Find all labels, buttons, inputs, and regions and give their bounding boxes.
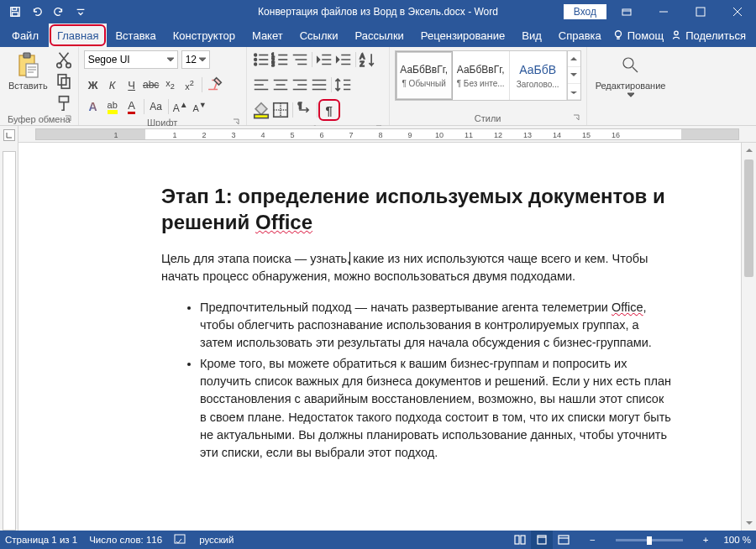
strikethrough-button[interactable]: abc <box>142 76 160 94</box>
tab-file[interactable]: Файл <box>3 24 47 47</box>
superscript-button[interactable]: x2 <box>181 76 199 94</box>
ribbon-display-button[interactable] <box>610 0 643 24</box>
font-color-button[interactable]: А <box>123 97 141 116</box>
page-number-status[interactable]: Страница 1 из 1 <box>5 535 77 545</box>
increase-indent-button[interactable] <box>334 50 353 69</box>
zoom-in-button[interactable]: + <box>700 535 712 545</box>
tab-design[interactable]: Конструктор <box>165 24 244 47</box>
editing-dropdown[interactable]: Редактирование <box>592 50 669 99</box>
text-direction-button[interactable]: ¶ <box>296 101 314 119</box>
share-button[interactable]: Поделиться <box>670 29 746 42</box>
gallery-more-button[interactable] <box>568 84 580 100</box>
format-painter-button[interactable] <box>55 94 73 112</box>
vertical-scrollbar[interactable] <box>741 143 756 531</box>
decrease-indent-button[interactable] <box>315 50 333 69</box>
copy-button[interactable] <box>55 72 73 91</box>
zoom-slider-thumb[interactable] <box>647 536 652 545</box>
bullets-button[interactable] <box>252 50 270 69</box>
qat-customize-button[interactable] <box>71 2 91 22</box>
word-count-status[interactable]: Число слов: 116 <box>89 535 162 545</box>
justify-button[interactable] <box>310 76 328 94</box>
tab-selector[interactable] <box>3 129 15 141</box>
minimize-button[interactable] <box>647 0 680 24</box>
show-hide-marks-button[interactable]: ¶ <box>320 101 339 119</box>
underline-button[interactable]: Ч <box>123 76 141 94</box>
bold-button[interactable]: Ж <box>84 76 102 94</box>
document-area[interactable]: Этап 1: определение используемых докумен… <box>18 143 756 531</box>
gallery-up-button[interactable] <box>568 51 580 67</box>
svg-point-10 <box>56 63 61 68</box>
text-effects-button[interactable]: A <box>84 97 102 116</box>
sort-button[interactable]: AZ <box>359 50 377 69</box>
align-right-button[interactable] <box>291 76 309 94</box>
web-layout-button[interactable] <box>553 531 575 549</box>
undo-button[interactable] <box>27 2 47 22</box>
chevron-down-icon <box>199 54 206 65</box>
borders-button[interactable] <box>271 101 290 119</box>
zoom-out-button[interactable]: − <box>586 535 599 545</box>
align-left-button[interactable] <box>252 76 270 94</box>
grow-font-button[interactable]: A▲ <box>171 97 190 116</box>
share-label: Поделиться <box>685 29 746 42</box>
shading-button[interactable] <box>252 101 270 119</box>
font-size-value: 12 <box>186 54 197 65</box>
list-item: Предпочтительный подход — начать разверт… <box>200 299 672 352</box>
line-spacing-button[interactable] <box>334 76 353 94</box>
font-name-combo[interactable]: Segoe UI <box>84 50 178 69</box>
clear-formatting-button[interactable] <box>205 76 223 94</box>
paste-button[interactable]: Вставить <box>5 50 51 92</box>
group-font: Segoe UI 12 Ж К Ч abc x2 x2 A a <box>79 47 247 125</box>
tab-home[interactable]: Главная <box>49 24 107 47</box>
zoom-slider[interactable] <box>616 539 683 541</box>
tab-help[interactable]: Справка <box>550 24 610 47</box>
close-button[interactable] <box>721 0 754 24</box>
highlight-button[interactable]: ab <box>103 97 122 116</box>
style-preview: АаБбВ <box>519 63 556 76</box>
svg-text:3: 3 <box>271 61 275 67</box>
style-preview: АаБбВвГг, <box>457 64 505 76</box>
language-status[interactable]: русский <box>199 535 234 545</box>
zoom-level[interactable]: 100 % <box>723 535 751 545</box>
style-normal[interactable]: АаБбВвГг, ¶ Обычный <box>396 51 453 100</box>
maximize-button[interactable] <box>684 0 717 24</box>
tab-layout[interactable]: Макет <box>244 24 291 47</box>
vertical-ruler[interactable] <box>0 126 18 531</box>
read-mode-button[interactable] <box>509 531 531 549</box>
styles-launcher[interactable] <box>571 113 581 123</box>
scroll-up-button[interactable] <box>742 143 756 158</box>
svg-text:¶: ¶ <box>297 102 302 109</box>
tab-review[interactable]: Рецензирование <box>412 24 513 47</box>
print-layout-button[interactable] <box>531 531 553 549</box>
tab-references[interactable]: Ссылки <box>291 24 347 47</box>
styles-gallery: АаБбВвГг, ¶ Обычный АаБбВвГг, ¶ Без инте… <box>395 50 581 101</box>
tab-insert[interactable]: Вставка <box>107 24 164 47</box>
tab-view[interactable]: Вид <box>513 24 550 47</box>
scroll-down-button[interactable] <box>742 515 756 531</box>
group-editing: Редактирование <box>587 47 756 125</box>
multilevel-list-button[interactable] <box>291 50 309 69</box>
tab-mailings[interactable]: Рассылки <box>346 24 412 47</box>
clipboard-launcher[interactable] <box>63 114 73 124</box>
svg-rect-9 <box>26 64 38 77</box>
subscript-button[interactable]: x2 <box>161 76 180 94</box>
spellcheck-status[interactable] <box>174 534 187 546</box>
view-buttons <box>509 531 575 549</box>
tell-me-button[interactable]: Помощ <box>612 29 664 42</box>
save-button[interactable] <box>5 2 25 22</box>
font-size-combo[interactable]: 12 <box>181 50 210 69</box>
statusbar: Страница 1 из 1 Число слов: 116 русский … <box>0 531 756 549</box>
shrink-font-button[interactable]: A▼ <box>191 97 209 116</box>
cut-button[interactable] <box>55 50 73 69</box>
scroll-thumb[interactable] <box>744 159 753 277</box>
gallery-down-button[interactable] <box>568 67 580 83</box>
change-case-button[interactable]: Aa <box>147 97 165 116</box>
style-no-spacing[interactable]: АаБбВвГг, ¶ Без инте... <box>453 51 510 100</box>
horizontal-ruler[interactable]: 1 1 2 3 4 5 6 7 8 9 10 11 12 13 14 15 16 <box>18 126 756 143</box>
redo-button[interactable] <box>49 2 69 22</box>
style-heading1[interactable]: АаБбВ Заголово... <box>510 51 567 100</box>
italic-button[interactable]: К <box>103 76 122 94</box>
align-center-button[interactable] <box>271 76 290 94</box>
numbering-button[interactable]: 123 <box>271 50 290 69</box>
style-name: Заголово... <box>517 80 559 89</box>
login-button[interactable]: Вход <box>564 4 606 19</box>
